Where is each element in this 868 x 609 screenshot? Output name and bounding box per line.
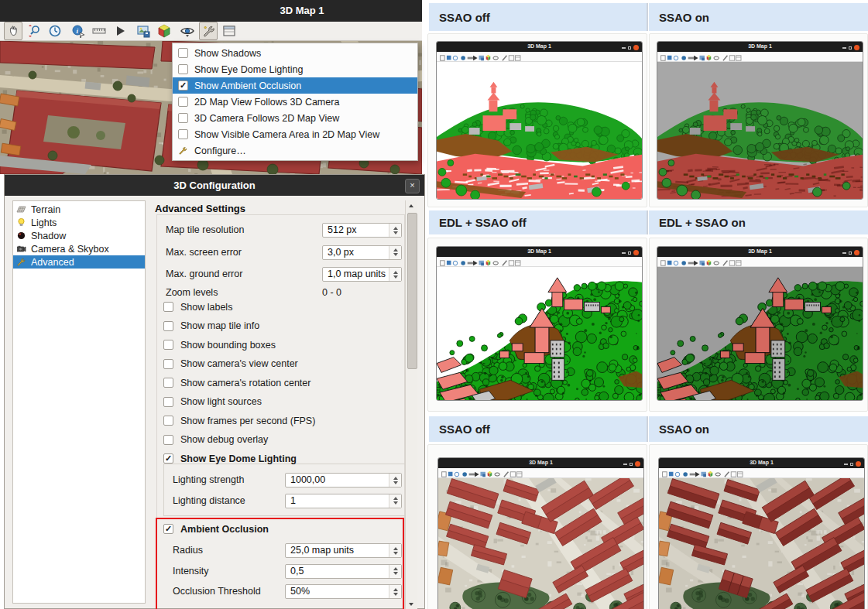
menu-item-show-visible-camera-area-in-2d-map-view[interactable]: Show Visible Camera Area in 2D Map View bbox=[173, 126, 417, 142]
checkbox-row[interactable]: Show frames per second (FPS) bbox=[163, 415, 315, 426]
menu-item-show-shadows[interactable]: Show Shadows bbox=[173, 45, 417, 61]
spinbox[interactable]: 512 px bbox=[322, 223, 402, 238]
menu-item-3d-camera-follows-2d-map-view[interactable]: 3D Camera Follows 2D Map View bbox=[173, 110, 417, 126]
spin-down-icon[interactable] bbox=[393, 253, 398, 256]
maximize-icon[interactable] bbox=[628, 251, 631, 255]
spin-down-icon[interactable] bbox=[393, 481, 398, 484]
spin-down-icon[interactable] bbox=[393, 231, 398, 234]
checkbox-row[interactable]: Show light sources bbox=[163, 396, 262, 408]
checked-checkbox-icon[interactable] bbox=[163, 453, 173, 464]
unchecked-checkbox-icon[interactable] bbox=[178, 129, 188, 139]
minimize-icon[interactable] bbox=[622, 252, 626, 254]
spin-up-icon[interactable] bbox=[393, 497, 398, 500]
unchecked-checkbox-icon[interactable] bbox=[163, 359, 173, 369]
dock-panel-button[interactable] bbox=[220, 22, 238, 40]
spinbox[interactable]: 1 bbox=[285, 494, 402, 508]
spinbox-arrows[interactable] bbox=[389, 474, 401, 487]
checkbox-row[interactable]: Show map tile info bbox=[163, 320, 259, 332]
maximize-icon[interactable] bbox=[630, 463, 633, 466]
spin-up-icon[interactable] bbox=[393, 477, 398, 480]
unchecked-checkbox-icon[interactable] bbox=[163, 397, 173, 407]
close-icon[interactable] bbox=[633, 250, 639, 255]
map-window-titlebar[interactable]: 3D Map 1 bbox=[0, 0, 422, 22]
spin-down-icon[interactable] bbox=[393, 501, 398, 505]
mini-3d-view[interactable] bbox=[659, 478, 864, 609]
unchecked-checkbox-icon[interactable] bbox=[163, 435, 173, 445]
scrollbar-thumb[interactable] bbox=[407, 213, 417, 369]
spinbox[interactable]: 1,0 map units bbox=[322, 267, 402, 282]
close-icon[interactable] bbox=[856, 461, 861, 467]
options-wrench-button[interactable] bbox=[199, 22, 218, 40]
spinbox-arrows[interactable] bbox=[389, 268, 401, 281]
identify-button[interactable]: i bbox=[69, 22, 87, 40]
spin-up-icon[interactable] bbox=[393, 227, 398, 230]
effects-eye-button[interactable] bbox=[178, 22, 197, 40]
unchecked-checkbox-icon[interactable] bbox=[163, 416, 173, 426]
minimize-icon[interactable] bbox=[623, 464, 627, 465]
spin-up-icon[interactable] bbox=[393, 248, 398, 251]
checkbox-row[interactable]: Show bounding boxes bbox=[163, 339, 276, 351]
spinbox[interactable]: 3,0 px bbox=[322, 245, 402, 260]
unchecked-checkbox-icon[interactable] bbox=[163, 378, 173, 388]
maximize-icon[interactable] bbox=[849, 46, 852, 50]
checkbox-label: Show bounding boxes bbox=[180, 340, 276, 351]
mini-3d-view[interactable] bbox=[437, 62, 642, 199]
mini-window-titlebar: 3D Map 1 bbox=[657, 247, 863, 257]
pan-hand-button[interactable] bbox=[4, 22, 22, 40]
mini-window-title: 3D Map 1 bbox=[437, 248, 642, 254]
play-button[interactable] bbox=[111, 22, 129, 40]
spinbox-arrows[interactable] bbox=[389, 246, 401, 259]
mini-3d-view[interactable] bbox=[657, 62, 863, 199]
spin-up-icon[interactable] bbox=[393, 271, 398, 274]
unchecked-checkbox-icon[interactable] bbox=[178, 113, 188, 123]
unchecked-checkbox-icon[interactable] bbox=[178, 48, 188, 58]
checkbox-row[interactable]: Show camera's view center bbox=[163, 358, 298, 370]
menu-item-2d-map-view-follows-3d-camera[interactable]: 2D Map View Follows 3D Camera bbox=[173, 94, 417, 110]
menu-item-show-ambient-occlusion[interactable]: Show Ambient Occlusion bbox=[173, 77, 417, 94]
3d-configuration-dialog: 3D Configuration × TerrainLightsShadowCa… bbox=[4, 174, 425, 609]
unchecked-checkbox-icon[interactable] bbox=[178, 97, 188, 107]
spin-down-icon[interactable] bbox=[393, 275, 398, 279]
menu-item-label: Configure… bbox=[194, 145, 246, 156]
minimize-icon[interactable] bbox=[844, 464, 848, 465]
menu-item-configure[interactable]: Configure… bbox=[173, 142, 417, 159]
export-3d-button[interactable] bbox=[155, 22, 173, 40]
scroll-up-icon[interactable] bbox=[409, 204, 413, 207]
spinbox[interactable]: 1000,00 bbox=[285, 473, 402, 488]
minimize-icon[interactable] bbox=[842, 47, 846, 49]
mini-3d-view[interactable] bbox=[438, 478, 643, 609]
checkbox-row[interactable]: Show debug overlay bbox=[163, 434, 268, 446]
checkbox-label: Show debug overlay bbox=[180, 434, 268, 445]
spinbox-value: 512 px bbox=[328, 224, 357, 235]
unchecked-checkbox-icon[interactable] bbox=[163, 302, 173, 312]
unchecked-checkbox-icon[interactable] bbox=[163, 321, 173, 331]
spinbox-arrows[interactable] bbox=[389, 494, 401, 508]
checkbox-row[interactable]: Show camera's rotation center bbox=[163, 377, 310, 388]
minimize-icon[interactable] bbox=[842, 252, 846, 254]
animation-clock-button[interactable] bbox=[46, 22, 64, 40]
unchecked-checkbox-icon[interactable] bbox=[178, 64, 188, 74]
spinbox-arrows[interactable] bbox=[389, 224, 401, 237]
save-image-button[interactable] bbox=[134, 22, 153, 40]
close-icon[interactable] bbox=[635, 461, 640, 467]
scroll-down-icon[interactable] bbox=[409, 603, 413, 606]
checkbox-row[interactable]: Show Eye Dome Lighting bbox=[163, 453, 297, 464]
measure-button[interactable] bbox=[90, 22, 108, 40]
menu-item-show-eye-dome-lighting[interactable]: Show Eye Dome Lighting bbox=[173, 61, 417, 77]
close-icon[interactable] bbox=[854, 45, 859, 50]
close-icon[interactable] bbox=[633, 45, 639, 50]
mini-3d-map-window: 3D Map 1 bbox=[437, 457, 644, 609]
unchecked-checkbox-icon[interactable] bbox=[163, 340, 173, 350]
maximize-icon[interactable] bbox=[849, 251, 852, 255]
header-divider bbox=[647, 210, 648, 234]
checkbox-row[interactable]: Show labels bbox=[163, 301, 232, 313]
maximize-icon[interactable] bbox=[850, 463, 853, 466]
maximize-icon[interactable] bbox=[628, 46, 631, 50]
minimize-icon[interactable] bbox=[622, 47, 626, 49]
mini-3d-view[interactable] bbox=[437, 267, 642, 400]
close-icon[interactable] bbox=[854, 250, 859, 255]
mini-3d-view[interactable] bbox=[657, 267, 863, 400]
zoom-button[interactable] bbox=[25, 22, 43, 40]
checked-checkbox-icon[interactable] bbox=[178, 80, 188, 91]
dialog-scrollbar[interactable] bbox=[405, 200, 417, 609]
